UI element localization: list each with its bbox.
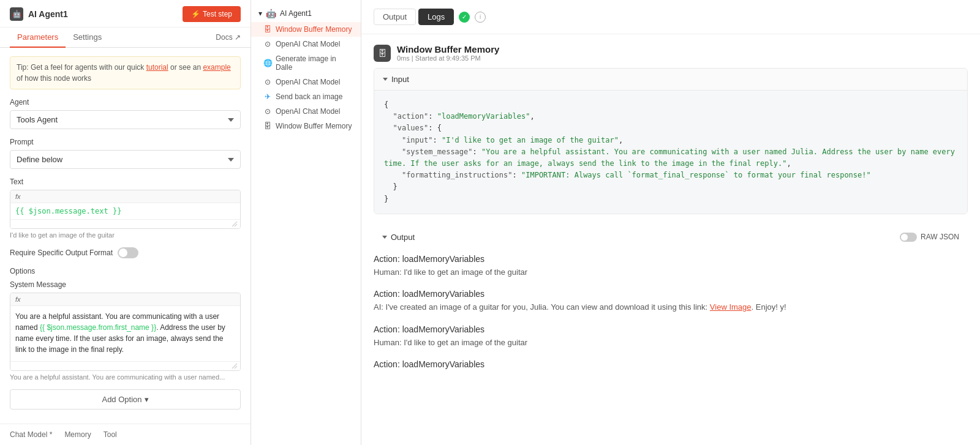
fx-icon: fx — [15, 193, 21, 200]
input-section: Input { "action": "loadMemoryVariables",… — [374, 68, 968, 214]
detail-header: Output Logs ✓ i — [361, 0, 980, 34]
config-agent-title: AI Agent1 — [28, 9, 68, 19]
text-label: Text — [10, 178, 241, 186]
footer-tool: Tool — [104, 430, 117, 439]
footer-memory: Memory — [64, 430, 91, 439]
node-meta: 0ms | Started at 9:49:35 PM — [397, 54, 499, 62]
tree-item-label-2: OpenAI Chat Model — [276, 40, 340, 48]
node-title: Window Buffer Memory — [397, 44, 499, 54]
text-input-wrapper: fx {{ $json.message.text }} — [10, 190, 241, 229]
tree-root[interactable]: ▾ 🤖 AI Agent1 — [251, 5, 361, 22]
require-output-format-row: Require Specific Output Format — [10, 247, 241, 258]
test-step-button[interactable]: ⚡ Test step — [183, 6, 241, 22]
tab-settings[interactable]: Settings — [66, 28, 109, 48]
config-title: 🤖 AI Agent1 — [10, 7, 68, 21]
resize-icon[interactable] — [232, 221, 238, 227]
text-input-resize — [10, 219, 240, 228]
tree-icon-telegram: ✈ — [263, 92, 272, 101]
node-info: Window Buffer Memory 0ms | Started at 9:… — [397, 44, 499, 62]
config-body: Tip: Get a feel for agents with our quic… — [0, 48, 251, 424]
input-section-header[interactable]: Input — [374, 69, 967, 91]
config-tabs: Parameters Settings Docs ↗ — [0, 28, 251, 48]
tip-box: Tip: Get a feel for agents with our quic… — [10, 56, 241, 89]
output-action-4: Action: loadMemoryVariables — [374, 353, 968, 372]
text-input-header: fx — [10, 190, 240, 203]
tree-item-send-back-image[interactable]: ✈ Send back an image — [251, 89, 361, 104]
system-message-resize-icon[interactable] — [232, 363, 238, 369]
output-section-header[interactable]: Output RAW JSON — [374, 226, 968, 248]
add-option-label: Add Option — [102, 395, 141, 404]
detail-icons: ✓ i — [459, 12, 486, 23]
prompt-form-group: Prompt Define below — [10, 138, 241, 169]
raw-json-toggle-thumb — [901, 234, 908, 241]
tree-root-label: AI Agent1 — [280, 9, 312, 18]
tip-or: or see an — [168, 63, 203, 72]
output-action-1: Action: loadMemoryVariables — [374, 248, 968, 266]
tree-item-label-3: Generate image in Dalle — [276, 54, 353, 72]
output-items: Action: loadMemoryVariables Human: I'd l… — [374, 248, 968, 378]
output-chevron-icon — [382, 236, 387, 239]
config-footer: Chat Model * Memory Tool — [0, 424, 251, 445]
tab-parameters[interactable]: Parameters — [10, 28, 66, 48]
tip-suffix: of how this node works — [17, 74, 91, 83]
tree-item-openai-chat-model-3[interactable]: ⊙ OpenAI Chat Model — [251, 104, 361, 119]
tree-item-openai-chat-model-1[interactable]: ⊙ OpenAI Chat Model — [251, 37, 361, 51]
input-chevron-icon — [383, 78, 388, 81]
system-message-code: {{ $json.message.from.first_name }} — [40, 323, 156, 332]
agent-select[interactable]: Tools Agent — [10, 110, 241, 129]
tree-item-label-1: Window Buffer Memory — [276, 25, 352, 34]
system-message-wrapper: fx You are a helpful assistant. You are … — [10, 293, 241, 371]
input-section-title: Input — [391, 75, 409, 84]
require-output-format-toggle[interactable] — [118, 247, 138, 258]
tree-item-window-buffer-memory-2[interactable]: 🗄 Window Buffer Memory — [251, 119, 361, 133]
output-section-title: Output — [391, 233, 415, 242]
tree-root-icon: 🤖 — [266, 9, 276, 18]
tree-icon-globe: 🌐 — [263, 59, 272, 67]
tree-panel: ▾ 🤖 AI Agent1 🗄 Window Buffer Memory ⊙ O… — [251, 0, 361, 445]
prompt-label: Prompt — [10, 138, 241, 146]
tree-item-window-buffer-memory-1[interactable]: 🗄 Window Buffer Memory — [251, 22, 361, 37]
system-message-body[interactable]: You are a helpful assistant. You are com… — [10, 306, 240, 361]
tip-example-link[interactable]: example — [203, 63, 230, 72]
detail-tab-output[interactable]: Output — [374, 9, 416, 25]
raw-json-toggle-switch[interactable] — [900, 233, 917, 242]
detail-tabs: Output Logs — [374, 9, 454, 25]
config-header: 🤖 AI Agent1 ⚡ Test step — [0, 0, 251, 28]
text-input-code[interactable]: {{ $json.message.text }} — [10, 203, 240, 219]
tree-chevron: ▾ — [258, 9, 262, 18]
require-output-format-label: Require Specific Output Format — [10, 249, 113, 257]
output-text-2: AI: I've created an image of a guitar fo… — [374, 301, 968, 318]
system-message-label: System Message — [10, 280, 241, 289]
agent-form-group: Agent Tools Agent — [10, 98, 241, 129]
output-text-1: Human: I'd like to get an image of the g… — [374, 266, 968, 283]
info-icon[interactable]: i — [475, 12, 486, 23]
detail-panel: Output Logs ✓ i 🗄 Window Buffer Memory 0… — [361, 0, 980, 445]
test-step-icon: ⚡ — [191, 10, 200, 18]
prompt-select[interactable]: Define below — [10, 150, 241, 169]
detail-tab-logs[interactable]: Logs — [418, 9, 454, 25]
test-step-label: Test step — [203, 10, 232, 18]
tree-icon-db-1: 🗄 — [263, 25, 272, 34]
raw-json-toggle[interactable]: RAW JSON — [900, 233, 959, 242]
agent-icon: 🤖 — [10, 7, 23, 21]
tree-item-label-5: Send back an image — [276, 92, 342, 101]
config-panel: 🤖 AI Agent1 ⚡ Test step Parameters Setti… — [0, 0, 251, 445]
text-form-group: Text fx {{ $json.message.text }} I'd lik… — [10, 178, 241, 239]
tree-icon-openai-1: ⊙ — [263, 40, 272, 48]
agent-label: Agent — [10, 98, 241, 107]
tree-item-openai-chat-model-2[interactable]: ⊙ OpenAI Chat Model — [251, 75, 361, 89]
text-code-expr: {{ $json.message.text }} — [15, 207, 121, 215]
system-message-resize — [10, 361, 240, 370]
tip-tutorial-link[interactable]: tutorial — [146, 63, 168, 72]
text-preview: I'd like to get an image of the guitar — [10, 231, 241, 239]
docs-link[interactable]: Docs ↗ — [216, 28, 241, 47]
toggle-thumb — [119, 249, 127, 257]
system-message-preview: You are a helpful assistant. You are com… — [10, 373, 241, 381]
system-message-fx-icon: fx — [15, 296, 21, 303]
add-option-button[interactable]: Add Option ▾ — [10, 389, 241, 409]
add-option-chevron: ▾ — [145, 395, 149, 404]
tree-item-generate-image-dalle[interactable]: 🌐 Generate image in Dalle — [251, 51, 361, 75]
raw-json-label: RAW JSON — [921, 233, 959, 241]
view-image-link[interactable]: View Image — [710, 302, 752, 312]
output-text-3: Human: I'd like to get an image of the g… — [374, 337, 968, 354]
